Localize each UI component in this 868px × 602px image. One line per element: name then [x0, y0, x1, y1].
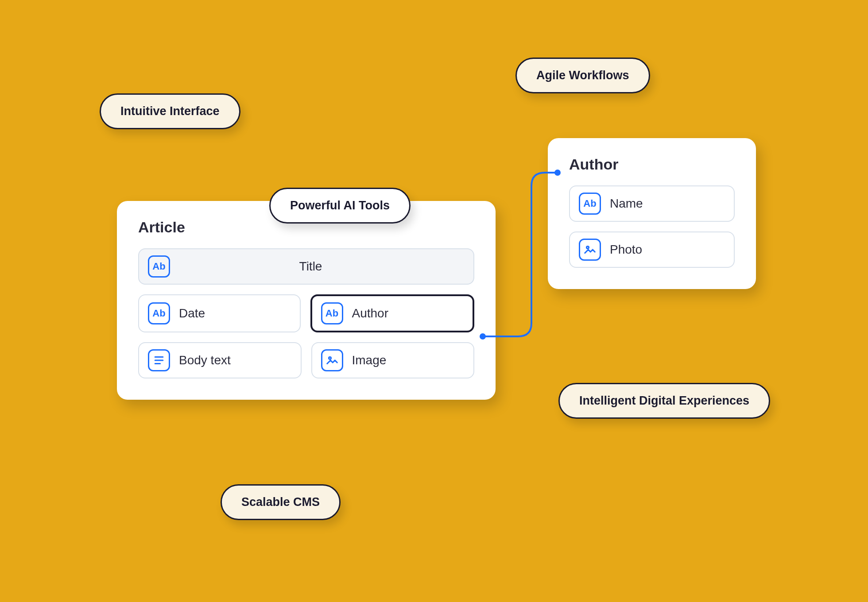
pill-scalable-cms: Scalable CMS — [221, 484, 341, 520]
text-icon: Ab — [148, 302, 170, 324]
svg-point-4 — [587, 247, 589, 249]
field-label: Author — [352, 306, 389, 320]
field-image[interactable]: Image — [311, 342, 475, 378]
pill-label: Powerful AI Tools — [290, 199, 390, 212]
pill-intuitive-interface: Intuitive Interface — [100, 93, 240, 129]
pill-agile-workflows: Agile Workflows — [515, 58, 650, 93]
svg-point-3 — [329, 357, 331, 359]
connector-dot-end — [554, 170, 561, 176]
author-card: Author Ab Name Photo — [548, 138, 756, 289]
pill-label: Scalable CMS — [241, 495, 320, 509]
field-label: Photo — [610, 243, 642, 257]
article-card: Article Ab Title Ab Date Ab Author — [117, 201, 496, 400]
field-name[interactable]: Ab Name — [569, 185, 735, 222]
connector-dot-start — [480, 333, 486, 340]
field-author[interactable]: Ab Author — [310, 294, 475, 332]
field-label: Body text — [179, 353, 231, 367]
image-icon — [321, 349, 343, 371]
text-icon: Ab — [579, 193, 601, 215]
pill-label: Intuitive Interface — [120, 104, 220, 118]
field-label: Title — [157, 259, 465, 274]
field-label: Image — [352, 353, 387, 367]
field-label: Name — [610, 197, 643, 211]
field-title[interactable]: Ab Title — [138, 248, 474, 285]
text-icon: Ab — [321, 302, 343, 324]
pill-label: Intelligent Digital Experiences — [579, 394, 749, 407]
pill-intelligent-digital-experiences: Intelligent Digital Experiences — [558, 383, 770, 419]
document-icon — [148, 349, 170, 371]
field-date[interactable]: Ab Date — [138, 294, 301, 332]
field-photo[interactable]: Photo — [569, 232, 735, 268]
field-label: Date — [179, 306, 205, 320]
field-body-text[interactable]: Body text — [138, 342, 302, 378]
author-card-title: Author — [569, 156, 735, 173]
image-icon — [579, 239, 601, 261]
pill-label: Agile Workflows — [536, 69, 629, 82]
pill-powerful-ai-tools: Powerful AI Tools — [269, 188, 411, 224]
